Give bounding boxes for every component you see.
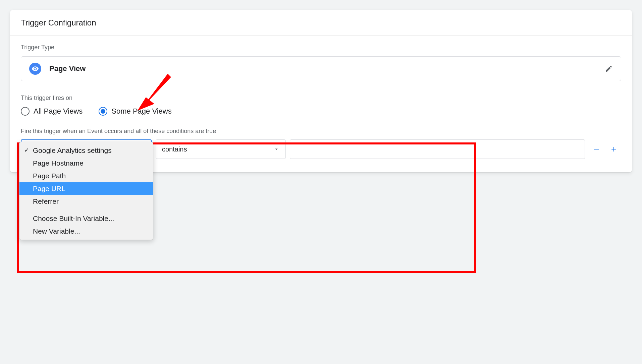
dropdown-divider [33,210,140,210]
edit-icon[interactable] [605,65,613,73]
condition-label: Fire this trigger when an Event occurs a… [21,128,621,135]
card-body: Trigger Type Page View This trigger fire… [10,36,632,172]
trigger-config-card: Trigger Configuration Trigger Type Page … [10,10,632,172]
condition-value-input[interactable] [290,139,585,159]
trigger-type-label: Trigger Type [21,44,621,51]
operator-value: contains [162,145,187,153]
dropdown-item-builtin-variable[interactable]: Choose Built-In Variable... [19,212,153,225]
dropdown-item-page-path[interactable]: Page Path [19,170,153,182]
fires-on-label: This trigger fires on [21,95,621,102]
radio-all-page-views[interactable]: All Page Views [21,107,83,116]
condition-section: Fire this trigger when an Event occurs a… [21,128,621,159]
dropdown-item-page-url[interactable]: Page URL [19,182,153,195]
variable-dropdown-menu: Google Analytics settings Page Hostname … [19,142,153,240]
page-title: Trigger Configuration [21,18,621,27]
add-condition-button[interactable]: + [606,142,621,157]
trigger-type-info: Page View [29,63,86,75]
page-view-icon [29,63,41,75]
operator-select[interactable]: contains [156,139,286,159]
trigger-type-name: Page View [49,64,86,73]
dropdown-item-referrer[interactable]: Referrer [19,195,153,208]
dropdown-item-page-hostname[interactable]: Page Hostname [19,157,153,170]
fires-on-radio-group: All Page Views Some Page Views [21,107,621,116]
trigger-type-selector[interactable]: Page View [21,56,621,81]
radio-circle [99,107,107,116]
dropdown-item-ga-settings[interactable]: Google Analytics settings [19,144,153,157]
chevron-down-icon [273,146,279,152]
radio-circle [21,107,30,116]
radio-label: All Page Views [34,107,83,116]
radio-some-page-views[interactable]: Some Page Views [99,107,171,116]
remove-condition-button[interactable]: – [589,142,604,157]
dropdown-item-new-variable[interactable]: New Variable... [19,225,153,238]
card-header: Trigger Configuration [10,10,632,36]
row-actions: – + [589,142,621,157]
radio-label: Some Page Views [111,107,171,116]
